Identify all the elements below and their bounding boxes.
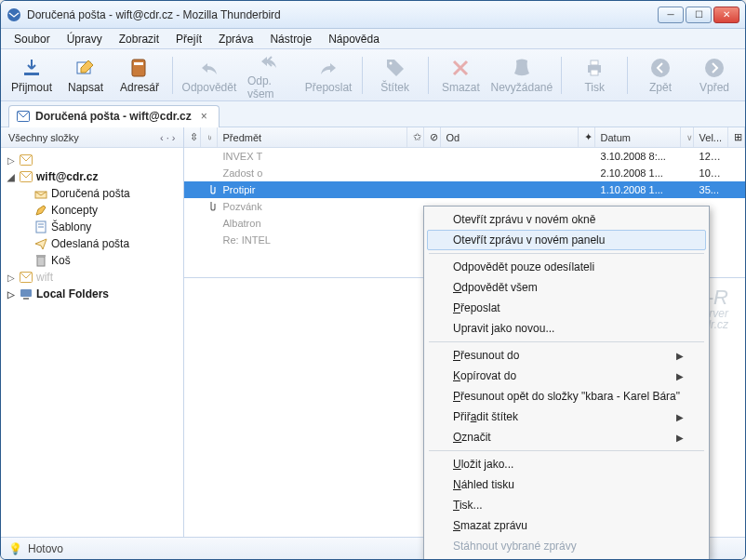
tab-close-icon[interactable]: × <box>197 110 211 123</box>
toolbar-label: Přeposlat <box>305 81 353 94</box>
svg-point-0 <box>7 8 20 21</box>
menu-nástroje[interactable]: Nástroje <box>262 31 319 47</box>
toolbar-adres[interactable]: Adresář <box>114 53 165 98</box>
folder-ko-[interactable]: Koš <box>1 252 183 269</box>
menu-item-label: Náhled tisku <box>453 478 514 491</box>
menu-přejít[interactable]: Přejít <box>168 31 209 47</box>
col-from[interactable]: Od <box>441 127 579 147</box>
col-picker[interactable]: ⊞ <box>728 127 745 147</box>
cell-c-subj: Zadost o <box>218 167 407 179</box>
menu-item[interactable]: Upravit jako novou... <box>427 318 706 339</box>
folder--ablony[interactable]: Šablony <box>1 219 183 235</box>
svg-rect-1 <box>24 73 39 75</box>
back-icon <box>649 57 672 79</box>
menu-item[interactable]: Uložit jako... <box>427 454 706 474</box>
menu-item[interactable]: Označit▶ <box>427 427 706 447</box>
menu-item[interactable]: Přiřadit štítek▶ <box>427 407 706 427</box>
maximize-button[interactable]: ☐ <box>686 7 712 23</box>
col-flag[interactable]: ✦ <box>579 127 595 147</box>
menu-item[interactable]: Přesunout do▶ <box>427 345 706 366</box>
toolbar-ttek: Štítek <box>370 53 420 98</box>
message-row[interactable]: INVEX T3.10.2008 8:...12KB <box>184 148 745 165</box>
window-title: Doručená pošta - wift@cdr.cz - Mozilla T… <box>27 8 658 21</box>
col-subject[interactable]: Předmět <box>218 127 407 147</box>
folder-label: Doručená pošta <box>51 187 130 200</box>
submenu-arrow-icon: ▶ <box>676 351 684 361</box>
svg-rect-7 <box>591 60 598 65</box>
menu-zpráva[interactable]: Zpráva <box>211 31 260 47</box>
toolbar-pijmout[interactable]: Přijmout <box>7 53 57 98</box>
col-thread[interactable]: ⇳ <box>184 127 201 147</box>
cell-c-size: 10KB <box>694 167 727 179</box>
menu-item[interactable]: Přeposlat <box>427 298 706 318</box>
menu-item[interactable]: Odpovědět pouze odesílateli <box>427 257 706 277</box>
menu-item[interactable]: Náhled tisku <box>427 474 706 495</box>
toolbar-separator <box>172 57 173 94</box>
col-attachment[interactable] <box>201 127 218 147</box>
toolbar-vped: Vpřed <box>689 53 739 98</box>
menu-item[interactable]: Odpovědět všem <box>427 277 706 298</box>
svg-point-5 <box>389 61 392 64</box>
col-junk[interactable]: ⊘ <box>424 127 441 147</box>
submenu-arrow-icon: ▶ <box>676 371 684 381</box>
bulb-icon: 💡 <box>8 542 22 555</box>
toolbar-separator <box>561 57 562 94</box>
compose-icon <box>74 57 97 79</box>
folder-account[interactable]: ▷ <box>1 152 183 168</box>
twisty-icon[interactable]: ▷ <box>7 273 16 283</box>
twisty-icon[interactable]: ▷ <box>7 289 16 300</box>
col-starred[interactable]: ✩ <box>407 127 424 147</box>
cell-c-size: 12KB <box>694 151 727 162</box>
menu-item-label: Stáhnout vybrané zprávy <box>453 540 577 553</box>
menu-separator <box>429 341 704 342</box>
menu-item[interactable]: Otevřít zprávu v novém panelu <box>427 230 706 250</box>
forward-icon <box>317 57 340 79</box>
mail-icon <box>20 153 33 167</box>
context-menu[interactable]: Otevřít zprávu v novém okněOtevřít zpráv… <box>423 206 710 560</box>
folder-label: Koš <box>51 254 71 267</box>
tab-label: Doručená pošta - wift@cdr.cz <box>35 110 192 123</box>
menu-zobrazit[interactable]: Zobrazit <box>112 31 167 47</box>
folder-doru-en--po-ta[interactable]: Doručená pošta <box>1 185 183 202</box>
menu-item-label: Upravit jako novou... <box>453 322 554 335</box>
menu-item-label: Otevřít zprávu v novém panelu <box>453 233 605 247</box>
attachment-icon <box>201 184 218 195</box>
folder-wift-cdr-cz[interactable]: ◢wift@cdr.cz <box>1 168 183 185</box>
menu-item-label: Přesunout do <box>453 349 519 362</box>
menu-item-label: Uložit jako... <box>453 458 513 471</box>
folder-odeslan--po-ta[interactable]: Odeslaná pošta <box>1 235 183 252</box>
thunderbird-icon <box>7 7 21 22</box>
menu-soubor[interactable]: Soubor <box>7 31 58 47</box>
toolbar-napsat[interactable]: Napsat <box>60 53 111 98</box>
menu-item[interactable]: Otevřít zprávu v novém okně <box>427 209 706 230</box>
col-sort[interactable]: ∨ <box>681 127 694 147</box>
cell-c-subj: Protipir <box>218 184 407 195</box>
menu-nápověda[interactable]: Nápověda <box>321 31 387 47</box>
folder-wift[interactable]: ▷wift <box>1 269 183 286</box>
tabbar: Doručená pošta - wift@cdr.cz × <box>1 101 745 127</box>
toolbar-odpvem: Odp. všem <box>242 53 300 98</box>
reply-icon <box>198 57 220 79</box>
toolbar-label: Napsat <box>68 81 103 94</box>
toolbar-label: Štítek <box>380 81 409 94</box>
folder-koncepty[interactable]: Koncepty <box>1 202 183 219</box>
menu-item[interactable]: Tisk... <box>427 495 706 515</box>
twisty-icon[interactable]: ▷ <box>7 155 16 166</box>
menu-úpravy[interactable]: Úpravy <box>60 31 110 47</box>
minimize-button[interactable]: ─ <box>658 7 684 23</box>
menu-item[interactable]: Smazat zprávu <box>427 515 706 536</box>
message-row[interactable]: Protipir1.10.2008 1...35... <box>184 181 745 198</box>
tab-inbox[interactable]: Doručená pošta - wift@cdr.cz × <box>8 105 220 127</box>
col-size[interactable]: Vel... <box>694 127 728 147</box>
menu-item-label: Tisk... <box>453 499 483 512</box>
message-row[interactable]: Zadost o2.10.2008 1...10KB <box>184 165 745 181</box>
menu-item[interactable]: Kopírovat do▶ <box>427 366 706 386</box>
menu-item[interactable]: Přesunout opět do složky "kbara - Karel … <box>427 386 706 407</box>
submenu-arrow-icon: ▶ <box>676 412 684 422</box>
folder-local-folders[interactable]: ▷Local Folders <box>1 286 183 302</box>
folder-pane-arrows[interactable]: ‹ · › <box>160 132 176 143</box>
close-button[interactable]: ✕ <box>713 7 739 23</box>
twisty-icon[interactable]: ◢ <box>7 172 16 182</box>
cell-c-subj: Re: INTEL <box>218 234 407 246</box>
col-date[interactable]: Datum <box>595 127 681 147</box>
